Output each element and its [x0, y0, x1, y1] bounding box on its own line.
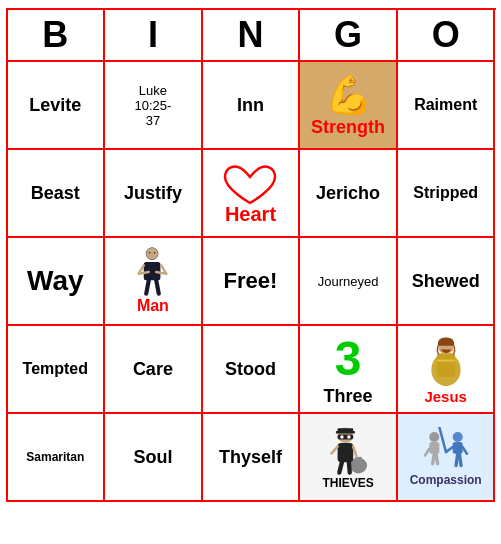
cell-r1c4: 💪 Strength	[300, 62, 398, 150]
cell-r5c2: Soul	[105, 414, 203, 502]
cell-r4c5: Jesus	[398, 326, 496, 414]
cell-text-beast: Beast	[31, 183, 80, 204]
cell-text-stripped: Stripped	[413, 184, 478, 202]
cell-text-man: Man	[137, 297, 169, 315]
cell-r5c5: Compassion	[398, 414, 496, 502]
cell-text-tempted: Tempted	[23, 360, 88, 378]
strength-arm-icon: 💪	[325, 73, 372, 117]
svg-line-6	[147, 280, 150, 293]
bingo-card: B I N G O Levite Luke 10:25- 37 Inn 💪 St…	[6, 8, 496, 502]
svg-line-37	[462, 447, 466, 454]
cell-text-heart: Heart	[225, 203, 276, 226]
cell-r4c1: Tempted	[8, 326, 106, 414]
svg-rect-34	[452, 442, 462, 454]
svg-rect-23	[338, 434, 354, 439]
svg-line-32	[436, 454, 438, 464]
header-b: B	[8, 10, 106, 62]
bingo-grid: Levite Luke 10:25- 37 Inn 💪 Strength Rai…	[6, 62, 496, 502]
cell-r1c3: Inn	[203, 62, 301, 150]
cell-r2c3: Heart	[203, 150, 301, 238]
header-n: N	[203, 10, 301, 62]
cell-r2c1: Beast	[8, 150, 106, 238]
svg-line-30	[425, 449, 429, 456]
cell-text-free: Free!	[224, 268, 278, 294]
cell-r5c3: Thyself	[203, 414, 301, 502]
svg-line-36	[439, 427, 446, 452]
svg-rect-17	[338, 443, 354, 462]
svg-line-38	[456, 454, 458, 466]
cell-text-stood: Stood	[225, 359, 276, 380]
cell-text-samaritan: Samaritan	[26, 450, 84, 464]
cell-text-journeyed: Journeyed	[318, 274, 379, 289]
three-number-icon: 3	[335, 331, 362, 386]
cell-text-three: Three	[324, 386, 373, 407]
cell-r3c4: Journeyed	[300, 238, 398, 326]
cell-r1c1: Levite	[8, 62, 106, 150]
cell-text-raiment: Raiment	[414, 96, 477, 114]
cell-r2c2: Justify	[105, 150, 203, 238]
cell-text-levite: Levite	[29, 95, 81, 116]
cell-text-luke: Luke 10:25- 37	[134, 83, 171, 128]
svg-line-20	[339, 462, 342, 472]
svg-rect-27	[336, 431, 355, 434]
svg-line-39	[459, 454, 461, 466]
cell-text-compassion: Compassion	[410, 473, 482, 487]
jesus-figure-icon	[422, 333, 470, 388]
cell-r2c4: Jericho	[300, 150, 398, 238]
cell-text-thyself: Thyself	[219, 447, 282, 468]
cell-r5c4: THIEVES	[300, 414, 398, 502]
header-o: O	[398, 10, 496, 62]
svg-point-8	[147, 248, 159, 260]
header-row: B I N G O	[6, 8, 496, 62]
cell-r4c4: 3 Three	[300, 326, 398, 414]
cell-text-jericho: Jericho	[316, 183, 380, 204]
svg-rect-29	[429, 442, 439, 454]
svg-line-19	[353, 447, 356, 457]
svg-line-31	[432, 454, 434, 464]
cell-r3c5: Shewed	[398, 238, 496, 326]
cell-r3c3: Free!	[203, 238, 301, 326]
svg-line-21	[349, 462, 350, 472]
svg-rect-16	[355, 457, 362, 467]
header-i: I	[105, 10, 203, 62]
cell-text-shewed: Shewed	[412, 271, 480, 292]
cell-text-care: Care	[133, 359, 173, 380]
svg-point-9	[149, 252, 151, 254]
cell-text-strength: Strength	[311, 117, 385, 138]
cell-r2c5: Stripped	[398, 150, 496, 238]
cell-r4c2: Care	[105, 326, 203, 414]
cell-text-soul: Soul	[133, 447, 172, 468]
cell-text-inn: Inn	[237, 95, 264, 116]
cell-text-jesus: Jesus	[424, 388, 467, 405]
header-g: G	[300, 10, 398, 62]
cell-r5c1: Samaritan	[8, 414, 106, 502]
cell-r3c2: Man	[105, 238, 203, 326]
svg-line-18	[332, 447, 338, 454]
svg-line-7	[157, 280, 160, 293]
compassion-figure-icon	[420, 427, 472, 473]
cell-r3c1: Way	[8, 238, 106, 326]
cell-r1c5: Raiment	[398, 62, 496, 150]
svg-point-33	[452, 432, 462, 442]
svg-point-25	[347, 435, 350, 438]
svg-rect-12	[437, 353, 455, 377]
cell-text-thieves: THIEVES	[322, 476, 373, 490]
man-figure-icon	[130, 247, 175, 297]
svg-point-10	[154, 252, 156, 254]
svg-point-28	[429, 432, 439, 442]
cell-text-justify: Justify	[124, 183, 182, 204]
svg-point-24	[340, 435, 343, 438]
svg-line-4	[139, 272, 149, 274]
cell-r1c2: Luke 10:25- 37	[105, 62, 203, 150]
cell-r4c3: Stood	[203, 326, 301, 414]
thieves-figure-icon	[322, 424, 374, 476]
svg-line-5	[157, 272, 167, 274]
cell-text-way: Way	[27, 265, 84, 297]
